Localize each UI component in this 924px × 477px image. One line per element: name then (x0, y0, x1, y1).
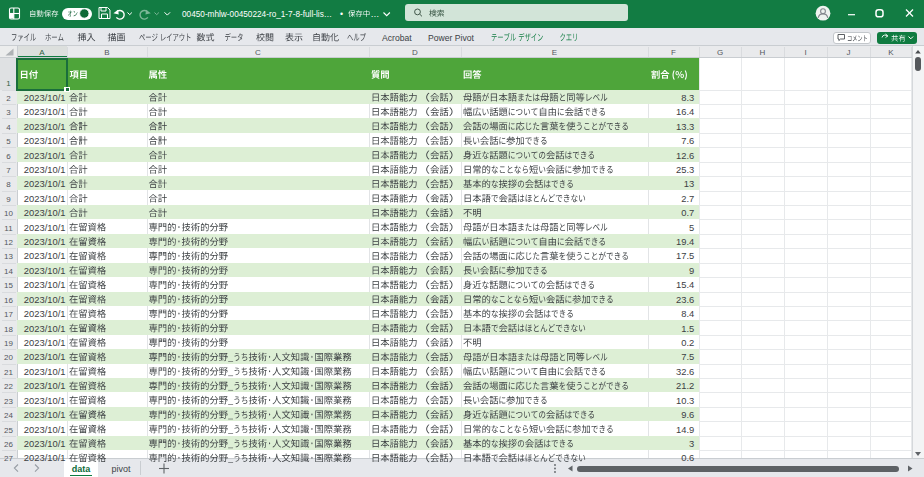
svg-text:2023/10/1: 2023/10/1 (24, 424, 66, 435)
svg-text:13: 13 (4, 252, 13, 261)
svg-text:15: 15 (4, 281, 13, 290)
svg-text:Power Pivot: Power Pivot (428, 33, 474, 43)
svg-text:H: H (760, 48, 766, 57)
svg-text:11: 11 (4, 224, 13, 233)
svg-text:7: 7 (6, 166, 11, 175)
svg-text:14: 14 (4, 267, 13, 276)
svg-text:2023/10/1: 2023/10/1 (24, 395, 66, 406)
svg-text:17: 17 (4, 310, 13, 319)
svg-text:pivot: pivot (111, 464, 131, 474)
svg-text:2023/10/1: 2023/10/1 (24, 452, 66, 463)
svg-text:2023/10/1: 2023/10/1 (24, 308, 66, 319)
svg-text:2023/10/1: 2023/10/1 (24, 178, 66, 189)
svg-text:13.3: 13.3 (676, 121, 694, 132)
svg-text:I: I (804, 48, 806, 57)
svg-text:6: 6 (6, 152, 11, 161)
svg-text:26: 26 (4, 440, 13, 449)
svg-text:9: 9 (6, 195, 11, 204)
svg-text:12.6: 12.6 (676, 150, 694, 161)
svg-text:0.6: 0.6 (681, 452, 694, 463)
svg-text:2023/10/1: 2023/10/1 (24, 409, 66, 420)
svg-text:2023/10/1: 2023/10/1 (24, 222, 66, 233)
svg-text:Acrobat: Acrobat (382, 33, 412, 43)
svg-text:00450-mhlw-00450224-ro_1-7-8-f: 00450-mhlw-00450224-ro_1-7-8-full-lis… (182, 9, 332, 19)
svg-text:2023/10/1: 2023/10/1 (24, 438, 66, 449)
svg-text:1: 1 (6, 79, 11, 88)
svg-text:16.4: 16.4 (676, 106, 694, 117)
svg-text:8: 8 (6, 180, 11, 189)
svg-text:J: J (847, 48, 851, 57)
svg-text:D: D (412, 48, 418, 57)
svg-text:2023/10/1: 2023/10/1 (24, 337, 66, 348)
svg-text:2023/10/1: 2023/10/1 (24, 250, 66, 261)
svg-text:5: 5 (6, 137, 11, 146)
svg-text:17.5: 17.5 (676, 250, 694, 261)
svg-text:2023/10/1: 2023/10/1 (24, 279, 66, 290)
svg-text:10: 10 (4, 209, 13, 218)
svg-text:E: E (552, 48, 557, 57)
svg-text:0.7: 0.7 (681, 207, 694, 218)
svg-text:20: 20 (4, 353, 13, 362)
svg-text:16: 16 (4, 296, 13, 305)
svg-text:7.6: 7.6 (681, 135, 694, 146)
svg-text:2023/10/1: 2023/10/1 (24, 164, 66, 175)
svg-text:2023/10/1: 2023/10/1 (24, 121, 66, 132)
svg-text:19: 19 (4, 339, 13, 348)
svg-text:2023/10/1: 2023/10/1 (24, 366, 66, 377)
svg-text:G: G (717, 48, 723, 57)
svg-text:2023/10/1: 2023/10/1 (24, 265, 66, 276)
svg-text:8.3: 8.3 (681, 92, 694, 103)
svg-text:27: 27 (4, 454, 13, 463)
svg-text:7.5: 7.5 (681, 351, 694, 362)
svg-text:18: 18 (4, 325, 13, 334)
svg-text:25.3: 25.3 (676, 164, 694, 175)
svg-text:2023/10/1: 2023/10/1 (24, 323, 66, 334)
svg-text:10.3: 10.3 (676, 395, 694, 406)
svg-text:2: 2 (6, 94, 11, 103)
svg-text:9.6: 9.6 (681, 409, 694, 420)
svg-text:2023/10/1: 2023/10/1 (24, 92, 66, 103)
svg-text:B: B (104, 48, 109, 57)
svg-text:…: … (371, 9, 380, 19)
svg-text:22: 22 (4, 382, 13, 391)
svg-text:•: • (340, 9, 343, 19)
svg-text:1.5: 1.5 (681, 323, 694, 334)
svg-text:2023/10/1: 2023/10/1 (24, 236, 66, 247)
svg-text:15.4: 15.4 (676, 279, 694, 290)
svg-text:3: 3 (6, 108, 11, 117)
svg-text:2023/10/1: 2023/10/1 (24, 135, 66, 146)
svg-text:9: 9 (689, 265, 694, 276)
svg-text:2023/10/1: 2023/10/1 (24, 207, 66, 218)
svg-text:2.7: 2.7 (681, 193, 694, 204)
svg-text:12: 12 (4, 238, 13, 247)
svg-text:4: 4 (6, 123, 11, 132)
svg-text:21: 21 (4, 368, 13, 377)
svg-text:13: 13 (684, 178, 694, 189)
svg-text:2023/10/1: 2023/10/1 (24, 193, 66, 204)
svg-text:2023/10/1: 2023/10/1 (24, 106, 66, 117)
svg-text:2023/10/1: 2023/10/1 (24, 150, 66, 161)
svg-text:5: 5 (689, 222, 694, 233)
svg-text:19.4: 19.4 (676, 236, 694, 247)
svg-text:A: A (39, 48, 45, 57)
svg-text:8.4: 8.4 (681, 308, 694, 319)
svg-text:21.2: 21.2 (676, 380, 694, 391)
svg-text:2023/10/1: 2023/10/1 (24, 380, 66, 391)
svg-text:F: F (671, 48, 676, 57)
svg-text:2023/10/1: 2023/10/1 (24, 351, 66, 362)
svg-text:C: C (255, 48, 261, 57)
svg-text:23: 23 (4, 397, 13, 406)
svg-text:2023/10/1: 2023/10/1 (24, 294, 66, 305)
svg-text:14.9: 14.9 (676, 424, 694, 435)
svg-text:data: data (72, 464, 92, 474)
svg-text:K: K (888, 48, 894, 57)
svg-text:23.6: 23.6 (676, 294, 694, 305)
svg-text:0.2: 0.2 (681, 337, 694, 348)
svg-text:3: 3 (689, 438, 694, 449)
svg-text:32.6: 32.6 (676, 366, 694, 377)
svg-text:25: 25 (4, 426, 13, 435)
svg-text:24: 24 (4, 411, 13, 420)
